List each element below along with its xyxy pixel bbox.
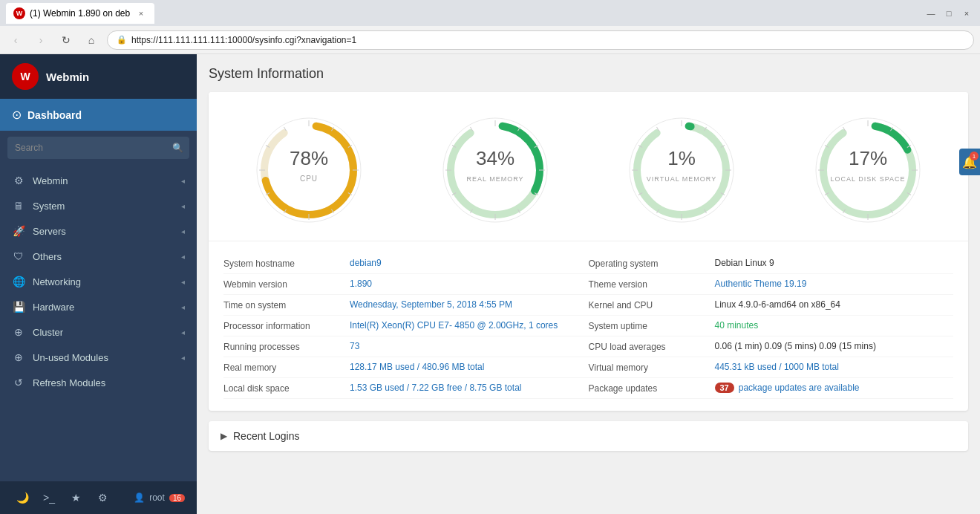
disk-value: 1.53 GB used / 7.22 GB free / 8.75 GB to… [350,383,521,393]
search-container: 🔍 [0,131,197,165]
sidebar-item-label: Networking [33,276,81,287]
unused-nav-icon: ⊕ [12,351,25,363]
recent-logins-title: Recent Logins [233,430,300,442]
gauges-row: 78% CPU [209,92,968,241]
sidebar-item-networking[interactable]: 🌐 Networking ◂ [0,269,197,294]
svg-text:VIRTUAL MEMORY: VIRTUAL MEMORY [647,175,716,183]
home-button[interactable]: ⌂ [82,30,101,50]
svg-point-0 [257,118,361,222]
sidebar-item-label: Cluster [33,327,63,338]
package-value[interactable]: package updates are available [739,383,860,393]
minimize-button[interactable]: — [924,6,938,21]
address-bar[interactable]: 🔒 https://111.111.111.111:10000/sysinfo.… [107,30,974,50]
browser-tab[interactable]: W (1) Webmin 1.890 on deb × [6,3,154,24]
chevron-right-icon: ◂ [181,202,185,210]
processes-value[interactable]: 73 [350,341,359,351]
kernel-value: Linux 4.9.0-6-amd64 on x86_64 [715,299,840,310]
sidebar-item-others[interactable]: 🛡 Others ◂ [0,244,197,269]
page-title: System Information [209,66,968,82]
info-row-disk: Local disk space 1.53 GB used / 7.22 GB … [223,378,589,399]
recent-logins-section: ▶ Recent Logins [209,421,968,451]
chevron-right-icon: ◂ [181,354,185,362]
sidebar-item-label: Webmin [33,175,68,186]
svg-text:LOCAL DISK SPACE: LOCAL DISK SPACE [830,175,905,183]
virtual-memory-value: 445.31 kB used / 1000 MB total [715,362,839,372]
theme-label: Theme version [589,279,715,290]
window-controls: — □ × [924,6,974,21]
webmin-version-value[interactable]: 1.890 [350,279,372,289]
info-row-time: Time on system Wednesday, September 5, 2… [223,295,589,316]
system-nav-icon: 🖥 [12,200,25,212]
hostname-value[interactable]: debian9 [350,258,382,268]
local-disk-gauge: 17% LOCAL DISK SPACE [786,107,950,233]
sidebar-item-label: Hardware [33,302,74,313]
info-row-processes: Running processes 73 [223,336,589,357]
system-info-card: 78% CPU [209,92,968,411]
sidebar-item-cluster[interactable]: ⊕ Cluster ◂ [0,319,197,345]
chevron-right-icon: ◂ [181,177,185,185]
sidebar-item-system[interactable]: 🖥 System ◂ [0,193,197,218]
notification-bell[interactable]: 🔔 1 [959,149,980,175]
info-row-kernel: Kernel and CPU Linux 4.9.0-6-amd64 on x8… [589,295,954,316]
os-label: Operating system [589,258,715,269]
webmin-nav-icon: ⚙ [12,175,25,186]
sidebar-item-servers[interactable]: 🚀 Servers ◂ [0,218,197,244]
content-wrapper: System Information [197,54,980,473]
url-text: https://111.111.111.111:10000/sysinfo.cg… [131,35,356,45]
processor-label: Processor information [223,320,350,331]
sysinfo-left-col: System hostname debian9 Webmin version 1… [223,253,589,399]
time-value: Wednesday, September 5, 2018 4:55 PM [350,299,512,310]
notification-badge: 1 [970,152,979,160]
cpu-gauge: 78% CPU [227,107,391,233]
maximize-button[interactable]: □ [941,6,956,21]
window-close-button[interactable]: × [959,6,974,21]
os-value: Debian Linux 9 [715,258,774,268]
time-label: Time on system [223,299,350,310]
terminal-icon[interactable]: >_ [39,487,59,508]
svg-text:1%: 1% [667,147,696,169]
sidebar-item-label: System [33,201,65,212]
back-button[interactable]: ‹ [6,30,25,50]
processes-label: Running processes [223,341,350,352]
sidebar-item-hardware[interactable]: 💾 Hardware ◂ [0,294,197,319]
sidebar-item-refresh-modules[interactable]: ↺ Refresh Modules [0,370,197,395]
chevron-right-icon: ◂ [181,227,185,235]
sidebar-item-webmin[interactable]: ⚙ Webmin ◂ [0,168,197,193]
info-row-theme: Theme version Authentic Theme 19.19 [589,274,954,295]
webmin-logo: W [12,63,39,90]
info-row-real-memory: Real memory 128.17 MB used / 480.96 MB t… [223,357,589,378]
dashboard-header[interactable]: ⊙ Dashboard [0,99,197,131]
forward-button[interactable]: › [31,30,50,50]
chevron-right-icon: ◂ [181,328,185,336]
package-badge: 37 [715,383,734,393]
sidebar-bottom: 🌙 >_ ★ ⚙ 👤 root 16 [0,481,197,514]
kernel-label: Kernel and CPU [589,299,715,310]
sidebar-item-unused-modules[interactable]: ⊕ Un-used Modules ◂ [0,345,197,370]
recent-logins-header[interactable]: ▶ Recent Logins [209,421,968,451]
load-label: CPU load averages [589,341,715,352]
hardware-nav-icon: 💾 [12,301,25,313]
sysinfo-right-col: Operating system Debian Linux 9 Theme ve… [589,253,954,399]
dashboard-title: Dashboard [27,109,82,121]
search-wrapper: 🔍 [7,137,189,159]
svg-point-17 [443,118,547,222]
cluster-nav-icon: ⊕ [12,326,25,338]
search-input[interactable] [7,137,189,159]
sidebar-item-label: Others [33,251,62,262]
search-icon: 🔍 [172,143,183,153]
main-content: System Information [197,54,980,514]
theme-toggle-icon[interactable]: 🌙 [12,487,33,508]
tab-title: (1) Webmin 1.890 on deb [30,8,130,19]
packages-label: Package updates [589,383,715,394]
real-memory-value: 128.17 MB used / 480.96 MB total [350,362,484,372]
svg-point-51 [816,118,920,222]
networking-nav-icon: 🌐 [12,276,25,287]
svg-text:78%: 78% [290,147,328,169]
tab-close-button[interactable]: × [135,7,147,19]
svg-text:CPU: CPU [300,175,318,183]
info-row-uptime: System uptime 40 minutes [589,316,954,336]
favorites-icon[interactable]: ★ [65,487,86,508]
share-icon[interactable]: ⚙ [92,487,113,508]
refresh-button[interactable]: ↻ [56,30,76,50]
theme-value[interactable]: Authentic Theme 19.19 [715,279,807,289]
